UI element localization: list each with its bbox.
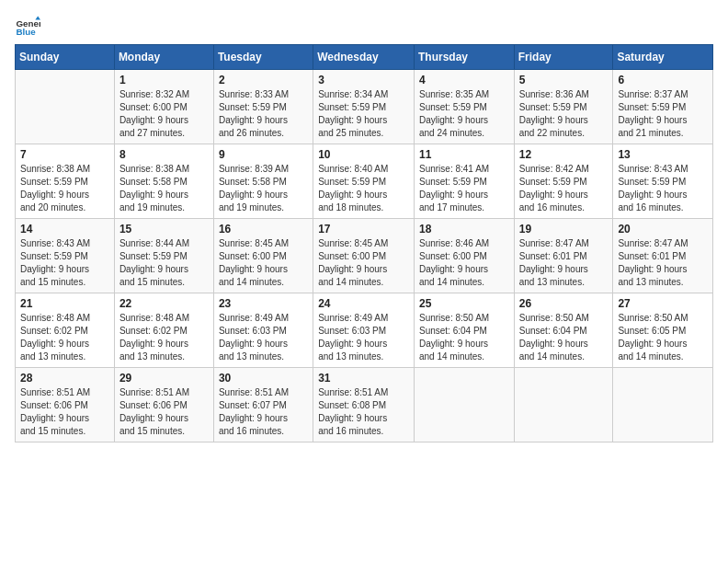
day-number: 31	[318, 372, 409, 385]
calendar-cell: 25Sunrise: 8:50 AMSunset: 6:04 PMDayligh…	[414, 293, 514, 368]
day-number: 23	[219, 297, 308, 310]
calendar-cell: 18Sunrise: 8:46 AMSunset: 6:00 PMDayligh…	[414, 219, 514, 293]
day-number: 5	[519, 74, 609, 86]
calendar-cell: 6Sunrise: 8:37 AMSunset: 5:59 PMDaylight…	[613, 70, 713, 144]
day-number: 8	[119, 148, 209, 161]
day-number: 19	[519, 223, 609, 236]
header-tuesday: Tuesday	[213, 45, 313, 70]
day-info: Sunrise: 8:51 AMSunset: 6:06 PMDaylight:…	[119, 386, 209, 438]
calendar-cell: 12Sunrise: 8:42 AMSunset: 5:59 PMDayligh…	[514, 144, 613, 219]
calendar-cell: 20Sunrise: 8:47 AMSunset: 6:01 PMDayligh…	[613, 219, 713, 293]
day-info: Sunrise: 8:42 AMSunset: 5:59 PMDaylight:…	[519, 163, 609, 214]
header-row: SundayMondayTuesdayWednesdayThursdayFrid…	[16, 45, 713, 70]
day-number: 27	[618, 297, 708, 310]
day-info: Sunrise: 8:50 AMSunset: 6:04 PMDaylight:…	[519, 312, 609, 363]
logo-icon: General Blue	[15, 15, 40, 40]
calendar-cell: 19Sunrise: 8:47 AMSunset: 6:01 PMDayligh…	[514, 219, 613, 293]
calendar-cell: 1Sunrise: 8:32 AMSunset: 6:00 PMDaylight…	[114, 70, 213, 144]
day-number: 21	[20, 297, 109, 310]
calendar-cell	[613, 368, 713, 442]
day-info: Sunrise: 8:44 AMSunset: 5:59 PMDaylight:…	[119, 237, 209, 289]
day-info: Sunrise: 8:33 AMSunset: 5:59 PMDaylight:…	[219, 88, 308, 140]
calendar-cell: 14Sunrise: 8:43 AMSunset: 5:59 PMDayligh…	[16, 219, 115, 293]
day-info: Sunrise: 8:47 AMSunset: 6:01 PMDaylight:…	[519, 237, 609, 289]
calendar-cell: 29Sunrise: 8:51 AMSunset: 6:06 PMDayligh…	[114, 368, 213, 442]
calendar-body: 1Sunrise: 8:32 AMSunset: 6:00 PMDaylight…	[16, 70, 713, 442]
calendar-cell: 11Sunrise: 8:41 AMSunset: 5:59 PMDayligh…	[414, 144, 514, 219]
day-number: 3	[318, 74, 409, 86]
day-number: 24	[318, 297, 409, 310]
day-info: Sunrise: 8:51 AMSunset: 6:07 PMDaylight:…	[219, 386, 308, 438]
day-number: 13	[618, 148, 708, 161]
day-number: 1	[119, 74, 209, 86]
day-number: 6	[618, 74, 708, 86]
day-info: Sunrise: 8:35 AMSunset: 5:59 PMDaylight:…	[419, 88, 509, 140]
page-header: General Blue	[15, 15, 713, 40]
calendar-cell: 15Sunrise: 8:44 AMSunset: 5:59 PMDayligh…	[114, 219, 213, 293]
day-info: Sunrise: 8:43 AMSunset: 5:59 PMDaylight:…	[618, 163, 708, 214]
day-number: 18	[419, 223, 509, 236]
day-number: 30	[219, 372, 308, 385]
calendar-cell: 7Sunrise: 8:38 AMSunset: 5:59 PMDaylight…	[16, 144, 115, 219]
day-number: 15	[119, 223, 209, 236]
day-info: Sunrise: 8:50 AMSunset: 6:05 PMDaylight:…	[618, 312, 708, 363]
day-info: Sunrise: 8:51 AMSunset: 6:08 PMDaylight:…	[318, 386, 409, 438]
day-number: 22	[119, 297, 209, 310]
day-number: 20	[618, 223, 708, 236]
calendar-cell: 3Sunrise: 8:34 AMSunset: 5:59 PMDaylight…	[313, 70, 415, 144]
day-info: Sunrise: 8:50 AMSunset: 6:04 PMDaylight:…	[419, 312, 509, 363]
calendar-cell: 8Sunrise: 8:38 AMSunset: 5:58 PMDaylight…	[114, 144, 213, 219]
day-info: Sunrise: 8:39 AMSunset: 5:58 PMDaylight:…	[219, 163, 308, 214]
header-monday: Monday	[114, 45, 213, 70]
day-number: 4	[419, 74, 509, 86]
calendar-cell: 28Sunrise: 8:51 AMSunset: 6:06 PMDayligh…	[16, 368, 115, 442]
day-info: Sunrise: 8:41 AMSunset: 5:59 PMDaylight:…	[419, 163, 509, 214]
day-info: Sunrise: 8:48 AMSunset: 6:02 PMDaylight:…	[119, 312, 209, 363]
calendar-cell: 9Sunrise: 8:39 AMSunset: 5:58 PMDaylight…	[213, 144, 313, 219]
day-number: 26	[519, 297, 609, 310]
calendar-cell: 16Sunrise: 8:45 AMSunset: 6:00 PMDayligh…	[213, 219, 313, 293]
calendar-cell: 23Sunrise: 8:49 AMSunset: 6:03 PMDayligh…	[213, 293, 313, 368]
day-info: Sunrise: 8:36 AMSunset: 5:59 PMDaylight:…	[519, 88, 609, 140]
calendar-cell	[414, 368, 514, 442]
day-number: 10	[318, 148, 409, 161]
header-friday: Friday	[514, 45, 613, 70]
day-info: Sunrise: 8:47 AMSunset: 6:01 PMDaylight:…	[618, 237, 708, 289]
day-number: 2	[219, 74, 308, 86]
calendar-cell	[514, 368, 613, 442]
calendar-cell: 21Sunrise: 8:48 AMSunset: 6:02 PMDayligh…	[16, 293, 115, 368]
calendar-cell: 30Sunrise: 8:51 AMSunset: 6:07 PMDayligh…	[213, 368, 313, 442]
day-number: 29	[119, 372, 209, 385]
week-row-1: 1Sunrise: 8:32 AMSunset: 6:00 PMDaylight…	[16, 70, 713, 144]
week-row-4: 21Sunrise: 8:48 AMSunset: 6:02 PMDayligh…	[16, 293, 713, 368]
calendar-cell: 24Sunrise: 8:49 AMSunset: 6:03 PMDayligh…	[313, 293, 415, 368]
calendar-cell: 26Sunrise: 8:50 AMSunset: 6:04 PMDayligh…	[514, 293, 613, 368]
day-info: Sunrise: 8:45 AMSunset: 6:00 PMDaylight:…	[318, 237, 409, 289]
day-number: 16	[219, 223, 308, 236]
calendar-cell: 2Sunrise: 8:33 AMSunset: 5:59 PMDaylight…	[213, 70, 313, 144]
calendar-header: SundayMondayTuesdayWednesdayThursdayFrid…	[16, 45, 713, 70]
calendar-cell: 5Sunrise: 8:36 AMSunset: 5:59 PMDaylight…	[514, 70, 613, 144]
header-saturday: Saturday	[613, 45, 713, 70]
week-row-5: 28Sunrise: 8:51 AMSunset: 6:06 PMDayligh…	[16, 368, 713, 442]
day-info: Sunrise: 8:40 AMSunset: 5:59 PMDaylight:…	[318, 163, 409, 214]
week-row-2: 7Sunrise: 8:38 AMSunset: 5:59 PMDaylight…	[16, 144, 713, 219]
calendar-cell: 10Sunrise: 8:40 AMSunset: 5:59 PMDayligh…	[313, 144, 415, 219]
day-info: Sunrise: 8:49 AMSunset: 6:03 PMDaylight:…	[219, 312, 308, 363]
day-number: 28	[20, 372, 109, 385]
calendar-cell: 22Sunrise: 8:48 AMSunset: 6:02 PMDayligh…	[114, 293, 213, 368]
day-info: Sunrise: 8:43 AMSunset: 5:59 PMDaylight:…	[20, 237, 109, 289]
header-sunday: Sunday	[16, 45, 115, 70]
calendar-cell: 13Sunrise: 8:43 AMSunset: 5:59 PMDayligh…	[613, 144, 713, 219]
day-info: Sunrise: 8:32 AMSunset: 6:00 PMDaylight:…	[119, 88, 209, 140]
day-info: Sunrise: 8:38 AMSunset: 5:58 PMDaylight:…	[119, 163, 209, 214]
day-info: Sunrise: 8:49 AMSunset: 6:03 PMDaylight:…	[318, 312, 409, 363]
day-info: Sunrise: 8:45 AMSunset: 6:00 PMDaylight:…	[219, 237, 308, 289]
day-number: 17	[318, 223, 409, 236]
day-number: 12	[519, 148, 609, 161]
calendar-cell: 17Sunrise: 8:45 AMSunset: 6:00 PMDayligh…	[313, 219, 415, 293]
day-info: Sunrise: 8:48 AMSunset: 6:02 PMDaylight:…	[20, 312, 109, 363]
day-number: 7	[20, 148, 109, 161]
calendar-cell: 4Sunrise: 8:35 AMSunset: 5:59 PMDaylight…	[414, 70, 514, 144]
day-info: Sunrise: 8:38 AMSunset: 5:59 PMDaylight:…	[20, 163, 109, 214]
